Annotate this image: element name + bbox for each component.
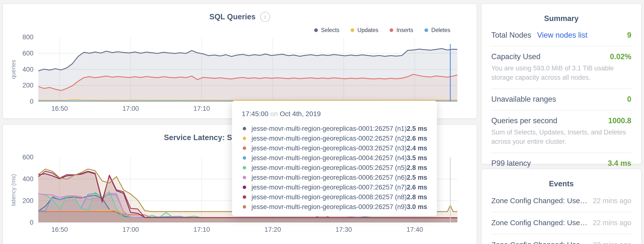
x-axis-tick: 17:10 — [194, 226, 210, 233]
summary-item-label: P99 latency — [491, 159, 531, 168]
y-axis-tick: 600 — [22, 49, 34, 57]
legend-dot — [390, 28, 393, 32]
summary-item-label: Total Nodes — [491, 31, 531, 40]
sql-queries-header: SQL Queries i — [3, 12, 477, 22]
event-timestamp: 22 mins ago — [593, 241, 631, 244]
y-axis-tick: 0 — [30, 219, 34, 226]
node-name: jesse-movr-multi-region-georeplicas-0001… — [252, 125, 407, 133]
node-color-dot — [243, 137, 246, 140]
node-name: jesse-movr-multi-region-georeplicas-0004… — [252, 154, 407, 162]
summary-item-value: 3.4 ms — [608, 159, 631, 168]
x-axis-tick: 17:40 — [406, 226, 423, 233]
x-axis-tick: 16:50 — [52, 226, 68, 233]
node-latency-value: 2.6 ms — [407, 184, 428, 191]
legend-item[interactable]: Inserts — [390, 27, 413, 34]
y-axis-tick: 200 — [22, 197, 34, 205]
node-color-dot — [243, 147, 246, 150]
legend-dot — [314, 28, 318, 32]
legend-label: Deletes — [431, 27, 450, 34]
event-row[interactable]: Zone Config Changed: User…22 mins ago — [491, 190, 631, 212]
events-title: Events — [482, 179, 641, 188]
event-description: Zone Config Changed: User… — [491, 197, 589, 205]
tooltip-date: Oct 4th, 2019 — [280, 110, 321, 117]
chart-hover-tooltip: 17:45:00 on Oct 4th, 2019 jesse-movr-mul… — [232, 101, 437, 216]
legend-item[interactable]: Updates — [350, 27, 378, 34]
summary-list: Total NodesView nodes list9Capacity Used… — [482, 25, 641, 174]
node-name: jesse-movr-multi-region-georeplicas-0009… — [252, 203, 407, 211]
view-nodes-list-link[interactable]: View nodes list — [537, 31, 588, 40]
info-icon[interactable]: i — [260, 12, 270, 22]
summary-item-description: Sum of Selects, Updates, Inserts, and De… — [491, 128, 631, 146]
events-list: Zone Config Changed: User…22 mins agoZon… — [482, 190, 641, 244]
tooltip-row: jesse-movr-multi-region-georeplicas-0003… — [241, 143, 428, 153]
tooltip-time: 17:45:00 — [242, 110, 268, 117]
x-axis-tick: 17:10 — [194, 105, 210, 112]
x-axis-tick: 17:00 — [122, 105, 139, 112]
legend-item[interactable]: Selects — [314, 27, 339, 34]
node-color-dot — [243, 205, 246, 208]
summary-item-label: Capacity Used — [491, 52, 540, 61]
node-name: jesse-movr-multi-region-georeplicas-0008… — [252, 193, 407, 201]
summary-card: Summary Total NodesView nodes list9Capac… — [481, 4, 642, 164]
tooltip-conjunction: on — [270, 110, 280, 117]
y-axis-label: latency (ms) — [10, 174, 17, 206]
node-name: jesse-movr-multi-region-georeplicas-0007… — [252, 184, 407, 191]
node-color-dot — [243, 166, 246, 169]
node-latency-value: 2.4 ms — [407, 145, 428, 152]
tooltip-rows: jesse-movr-multi-region-georeplicas-0001… — [241, 124, 428, 212]
summary-item-description: You are using 593.0 MiB of 3.1 TiB usabl… — [491, 64, 631, 82]
summary-item: Unavailable ranges0 — [491, 88, 631, 110]
event-description: Zone Config Changed: User… — [491, 219, 589, 227]
y-axis-tick: 400 — [22, 66, 34, 73]
legend-dot — [350, 28, 354, 32]
event-row[interactable]: Zone Config Changed: User…22 mins ago — [491, 212, 631, 234]
summary-title: Summary — [482, 14, 641, 23]
summary-item-label: Queries per second — [491, 116, 558, 125]
node-latency-value: 2.8 ms — [407, 193, 428, 201]
tooltip-row: jesse-movr-multi-region-georeplicas-0005… — [241, 163, 428, 173]
node-latency-value: 3.0 ms — [407, 203, 428, 211]
y-axis-tick: 0 — [30, 98, 34, 105]
node-name: jesse-movr-multi-region-georeplicas-0006… — [252, 174, 407, 181]
summary-item: Capacity Used0.02%You are using 593.0 Mi… — [491, 46, 631, 88]
summary-item-value: 0 — [627, 95, 631, 104]
node-latency-value: 2.5 ms — [407, 174, 428, 181]
y-axis-tick: 800 — [22, 34, 34, 41]
x-axis-tick: 17:00 — [122, 226, 139, 233]
node-latency-value: 3.5 ms — [407, 154, 428, 162]
sql-queries-chart[interactable] — [38, 37, 458, 101]
legend-label: Inserts — [396, 27, 413, 34]
node-color-dot — [243, 176, 246, 179]
tooltip-row: jesse-movr-multi-region-georeplicas-0002… — [241, 134, 428, 143]
cluster-overview-page: { "icons": { "info": "i" }, "accents": {… — [0, 0, 644, 244]
event-timestamp: 22 mins ago — [593, 197, 631, 205]
summary-item-value: 0.02% — [610, 52, 631, 61]
tooltip-row: jesse-movr-multi-region-georeplicas-0007… — [241, 182, 428, 192]
tooltip-row: jesse-movr-multi-region-georeplicas-0001… — [241, 124, 428, 134]
event-description: Zone Config Changed: User… — [491, 240, 589, 244]
chart-legend: SelectsUpdatesInsertsDeletes — [314, 27, 450, 34]
node-color-dot — [243, 127, 246, 130]
summary-item: Total NodesView nodes list9 — [491, 25, 631, 46]
node-latency-value: 2.5 ms — [407, 125, 428, 133]
legend-item[interactable]: Deletes — [424, 27, 450, 34]
tooltip-timestamp: 17:45:00 on Oct 4th, 2019 — [242, 110, 428, 118]
x-axis-tick: 16:50 — [52, 105, 68, 112]
legend-dot — [424, 28, 428, 32]
legend-label: Updates — [357, 27, 378, 34]
node-color-dot — [243, 195, 246, 199]
node-latency-value: 2.6 ms — [407, 135, 428, 142]
y-axis-tick: 400 — [22, 175, 34, 183]
node-color-dot — [243, 156, 246, 160]
summary-item-value: 1000.8 — [608, 116, 631, 125]
summary-item-label: Unavailable ranges — [491, 95, 556, 104]
node-color-dot — [243, 186, 246, 189]
sql-queries-plot[interactable]: queries 020040060080016:5017:0017:1017:2… — [38, 37, 458, 101]
x-axis-tick: 17:30 — [336, 226, 352, 233]
event-row[interactable]: Zone Config Changed: User…22 mins ago — [491, 234, 631, 244]
summary-item-value: 9 — [627, 31, 631, 40]
y-axis-tick: 200 — [22, 82, 34, 89]
y-axis-tick: 600 — [22, 154, 34, 161]
sql-queries-title: SQL Queries — [209, 13, 256, 21]
y-axis-label: queries — [10, 60, 17, 79]
